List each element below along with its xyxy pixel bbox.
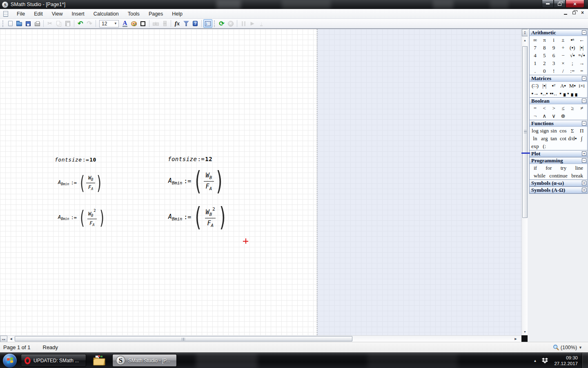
- zoom-control[interactable]: (100%) ▼: [553, 344, 582, 350]
- palette-item[interactable]: (∷): [530, 82, 540, 89]
- palette-item[interactable]: 8: [540, 44, 549, 51]
- palette-item[interactable]: →: [577, 60, 586, 67]
- palette-item[interactable]: ▪‥▪: [539, 90, 548, 97]
- dropbox-icon[interactable]: [541, 358, 548, 364]
- panel-plot-header[interactable]: Plot+: [530, 150, 587, 157]
- menu-item-tools[interactable]: Tools: [123, 10, 144, 18]
- undo-button[interactable]: ↶: [76, 19, 85, 28]
- collapse-icon[interactable]: −: [582, 76, 586, 81]
- math-region-2[interactable]: ABmin := ( WB2 FA ): [58, 206, 105, 229]
- palette-item[interactable]: try: [561, 164, 566, 171]
- mdi-close-button[interactable]: ×: [581, 10, 584, 15]
- show-desktop-button[interactable]: [582, 353, 588, 368]
- mdi-minimize-button[interactable]: [564, 14, 567, 15]
- panel-symbols-α-ω-header[interactable]: Symbols (α-ω)+: [530, 180, 587, 186]
- palette-item[interactable]: Π: [577, 127, 586, 134]
- menu-item-calculation[interactable]: Calculation: [89, 10, 123, 18]
- palette-item[interactable]: ±: [559, 36, 568, 43]
- fontsize-definition-12[interactable]: fontsize:=12: [168, 156, 212, 162]
- palette-item[interactable]: tan: [549, 135, 559, 142]
- palette-item[interactable]: ≤: [559, 105, 568, 112]
- scroll-right-button[interactable]: ▶: [513, 336, 519, 342]
- collapse-icon[interactable]: −: [582, 158, 586, 163]
- palette-item[interactable]: ⊕: [559, 112, 568, 119]
- collapse-icon[interactable]: −: [582, 30, 586, 35]
- palette-item[interactable]: cos: [559, 127, 568, 134]
- palette-item[interactable]: 5: [540, 52, 549, 59]
- palette-item[interactable]: |▪|: [577, 44, 586, 51]
- palette-item[interactable]: exp: [530, 143, 540, 150]
- show-hidden-icons-button[interactable]: ▲: [529, 359, 542, 363]
- vertical-scroll-thumb[interactable]: [522, 46, 528, 218]
- palette-item[interactable]: !: [549, 67, 559, 74]
- palette-item[interactable]: log: [530, 127, 540, 134]
- palette-item[interactable]: π: [540, 36, 549, 43]
- math-region-1[interactable]: ABmin := ( WB FA ): [58, 172, 102, 193]
- palette-item[interactable]: continue: [549, 172, 568, 179]
- palette-item[interactable]: Σ: [568, 127, 577, 134]
- scroll-down-button[interactable]: ▼: [522, 329, 528, 334]
- palette-item[interactable]: d/d▪: [568, 135, 577, 142]
- math-region-3[interactable]: ABmin := ( WB FA ): [168, 167, 224, 195]
- menu-item-insert[interactable]: Insert: [67, 10, 89, 18]
- palette-item[interactable]: ;: [568, 60, 577, 67]
- palette-item[interactable]: if: [534, 164, 537, 171]
- palette-item[interactable]: ▪ᵀ: [549, 82, 559, 89]
- font-size-combobox[interactable]: 12▼: [99, 20, 119, 27]
- open-file-button[interactable]: [15, 19, 24, 28]
- vertical-scrollbar[interactable]: ▲▼ ▲ ▼: [521, 29, 528, 335]
- fontsize-definition-10[interactable]: fontsize:=10: [55, 157, 96, 163]
- palette-item[interactable]: ∞: [530, 36, 540, 43]
- palette-item[interactable]: ▪▪‥: [549, 90, 558, 97]
- palette-item[interactable]: /: [559, 67, 568, 74]
- palette-item[interactable]: (▪): [568, 44, 577, 51]
- palette-item[interactable]: .: [530, 67, 540, 74]
- palette-item[interactable]: sign: [540, 127, 549, 134]
- panel-boolean-header[interactable]: Boolean−: [530, 98, 587, 104]
- palette-item[interactable]: |▪|: [540, 82, 549, 89]
- expand-icon[interactable]: +: [582, 188, 586, 192]
- palette-item[interactable]: 6: [549, 52, 559, 59]
- show-side-panels-button[interactable]: [203, 19, 212, 28]
- mdi-restore-button[interactable]: [572, 11, 576, 14]
- palette-item[interactable]: 9: [549, 44, 559, 51]
- restore-button[interactable]: [554, 0, 566, 8]
- palette-item[interactable]: 3: [549, 60, 559, 67]
- show-borders-button[interactable]: [138, 19, 147, 28]
- palette-item[interactable]: 1: [530, 60, 540, 67]
- close-button[interactable]: ×: [566, 0, 584, 8]
- palette-item[interactable]: arg: [540, 135, 549, 142]
- palette-item[interactable]: ∫: [577, 135, 586, 142]
- font-color-button[interactable]: A: [120, 19, 129, 28]
- math-region-4[interactable]: ABmin := ( WB2 FA ): [168, 202, 227, 233]
- collapse-icon[interactable]: −: [582, 99, 586, 103]
- reference-book-button[interactable]: ?: [191, 19, 200, 28]
- palette-item[interactable]: break: [571, 172, 583, 179]
- palette-item[interactable]: A▪: [559, 82, 568, 89]
- background-color-button[interactable]: [129, 19, 138, 28]
- palette-item[interactable]: ▪ⁿ: [568, 36, 577, 43]
- palette-item[interactable]: sin: [549, 127, 559, 134]
- palette-item[interactable]: ×: [559, 60, 568, 67]
- palette-item[interactable]: i×i: [577, 82, 586, 89]
- palette-item[interactable]: M▪: [568, 82, 577, 89]
- menu-item-help[interactable]: Help: [167, 10, 187, 18]
- panel-programming-header[interactable]: Programming−: [530, 157, 587, 164]
- collapse-icon[interactable]: −: [582, 121, 586, 126]
- palette-item[interactable]: <: [540, 105, 549, 112]
- palette-item[interactable]: =: [577, 67, 586, 74]
- panel-matrices-header[interactable]: Matrices−: [530, 75, 587, 82]
- scroll-left-button[interactable]: ◀: [8, 336, 14, 342]
- palette-item[interactable]: (:: [540, 143, 549, 150]
- expand-icon[interactable]: +: [582, 181, 586, 185]
- palette-item[interactable]: =: [530, 105, 540, 112]
- palette-item[interactable]: ln: [530, 135, 540, 142]
- palette-item[interactable]: i: [549, 36, 559, 43]
- palette-item[interactable]: 4: [530, 52, 540, 59]
- menu-item-edit[interactable]: Edit: [29, 10, 47, 18]
- start-button[interactable]: [3, 354, 17, 368]
- palette-item[interactable]: while: [534, 172, 546, 179]
- split-view-handle[interactable]: ◂▸: [0, 336, 7, 342]
- insert-unit-button[interactable]: [182, 19, 191, 28]
- palette-item[interactable]: ∨: [549, 112, 559, 119]
